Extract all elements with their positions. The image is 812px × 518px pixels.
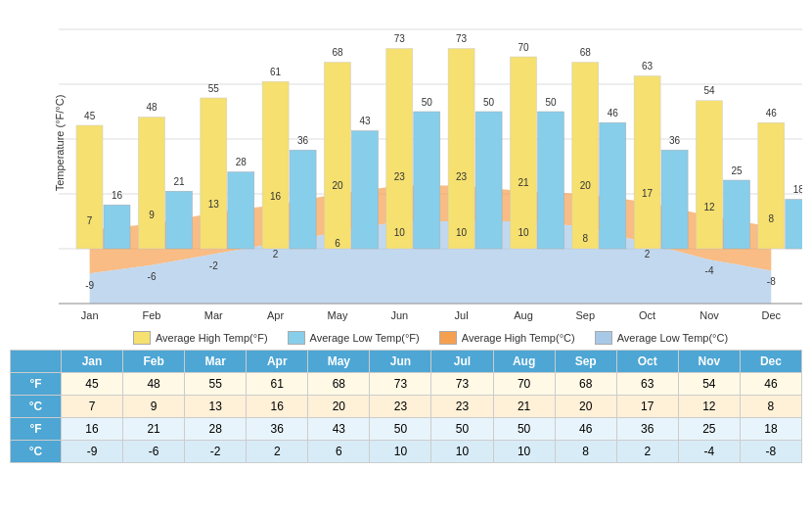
legend-item-low-c: Average Low Temp(°C) <box>595 331 728 345</box>
legend-item-high-c: Average High Temp(°C) <box>439 331 575 345</box>
bar-high-f-jun <box>386 49 413 249</box>
cell-low-c-mar: -2 <box>185 441 247 463</box>
svg-text:68: 68 <box>332 47 343 58</box>
cell-low-c-dec: -8 <box>740 441 801 463</box>
svg-text:May: May <box>328 309 348 321</box>
svg-text:Feb: Feb <box>143 309 161 321</box>
table-header-row: Jan Feb Mar Apr May Jun Jul Aug Sep Oct … <box>11 351 802 373</box>
svg-text:Jul: Jul <box>455 309 469 321</box>
svg-text:12: 12 <box>703 202 715 212</box>
svg-text:50: 50 <box>483 97 495 108</box>
svg-text:9: 9 <box>149 210 155 220</box>
cell-high-c-apr: 16 <box>247 396 308 418</box>
cell-low-c-may: 6 <box>308 441 370 463</box>
svg-text:61: 61 <box>270 67 282 77</box>
svg-text:16: 16 <box>270 191 282 202</box>
cell-high-c-jul: 23 <box>431 396 493 418</box>
cell-high-c-feb: 9 <box>123 396 185 418</box>
cell-high-c-may: 20 <box>308 396 370 418</box>
table-header-jan: Jan <box>62 351 123 373</box>
cell-high-c-oct: 17 <box>616 396 678 418</box>
svg-text:-2: -2 <box>209 260 218 271</box>
svg-text:55: 55 <box>208 83 220 94</box>
svg-text:-8: -8 <box>767 276 776 287</box>
y-axis-title: Temperature (°F/°C) <box>54 95 66 192</box>
svg-text:36: 36 <box>669 135 681 146</box>
svg-text:10: 10 <box>456 227 468 238</box>
svg-text:Mar: Mar <box>204 309 223 321</box>
cell-high-f-oct: 63 <box>616 373 678 396</box>
legend-label-low-c: Average Low Temp(°C) <box>617 332 728 344</box>
bar-high-f-jul <box>448 49 474 249</box>
bar-high-f-feb <box>139 118 165 249</box>
table-header-apr: Apr <box>247 351 308 373</box>
cell-high-c-aug: 21 <box>493 396 555 418</box>
table-header-nov: Nov <box>678 351 740 373</box>
svg-text:50: 50 <box>422 97 433 108</box>
cell-low-c-apr: 2 <box>247 441 308 463</box>
svg-text:73: 73 <box>394 33 406 44</box>
svg-text:-6: -6 <box>148 271 157 282</box>
svg-text:Apr: Apr <box>267 309 284 321</box>
svg-text:21: 21 <box>173 176 185 187</box>
cell-high-f-dec: 46 <box>740 373 801 396</box>
table-header-feb: Feb <box>123 351 185 373</box>
table-header-blank <box>11 351 62 373</box>
svg-text:Jun: Jun <box>390 309 408 321</box>
bar-high-f-mar <box>201 98 227 249</box>
table-header-mar: Mar <box>185 351 247 373</box>
cell-low-f-dec: 18 <box>740 418 801 441</box>
table-header-may: May <box>308 351 370 373</box>
cell-low-f-mar: 28 <box>185 418 247 441</box>
cell-high-f-sep: 68 <box>555 373 616 396</box>
legend-label-high-c: Average High Temp(°C) <box>462 332 575 344</box>
table-header-oct: Oct <box>616 351 678 373</box>
table-header-aug: Aug <box>493 351 555 373</box>
cell-low-f-jun: 50 <box>370 418 431 441</box>
svg-text:Oct: Oct <box>639 309 655 321</box>
chart-container: Temperature (°F/°C) 80 60 40 20 0 -20 <box>0 0 812 463</box>
cell-low-f-sep: 46 <box>555 418 616 441</box>
cell-low-c-nov: -4 <box>678 441 740 463</box>
svg-text:28: 28 <box>236 157 248 167</box>
bar-low-f-dec <box>786 200 802 249</box>
legend-label-low-f: Average Low Temp(°F) <box>310 332 420 344</box>
legend-label-high-f: Average High Temp(°F) <box>156 332 268 344</box>
legend-color-high-f <box>133 331 151 345</box>
row-label-high-c: °C <box>11 396 62 418</box>
row-label-low-c: °C <box>11 441 62 463</box>
legend-color-low-f <box>288 331 305 345</box>
cell-low-f-oct: 36 <box>616 418 678 441</box>
bar-low-f-mar <box>228 172 254 249</box>
bar-low-f-may <box>352 131 379 249</box>
svg-text:13: 13 <box>208 199 220 210</box>
legend-item-high-f: Average High Temp(°F) <box>133 331 268 345</box>
svg-text:20: 20 <box>332 180 343 191</box>
cell-low-c-jun: 10 <box>370 441 431 463</box>
table-header-dec: Dec <box>740 351 801 373</box>
svg-text:21: 21 <box>518 177 529 188</box>
bar-low-f-apr <box>290 150 316 249</box>
cell-high-c-jun: 23 <box>370 396 431 418</box>
cell-low-f-apr: 36 <box>247 418 308 441</box>
table-row-high-f: °F 45 48 55 61 68 73 73 70 68 63 54 46 <box>11 373 802 396</box>
cell-high-f-jun: 73 <box>370 373 431 396</box>
svg-text:Dec: Dec <box>762 309 782 321</box>
svg-text:63: 63 <box>642 61 654 71</box>
bar-high-f-apr <box>262 81 289 249</box>
table-row-low-c: °C -9 -6 -2 2 6 10 10 10 8 2 -4 -8 <box>11 441 802 463</box>
bar-low-f-feb <box>166 191 193 249</box>
table-header-sep: Sep <box>555 351 616 373</box>
bar-low-f-jun <box>414 112 440 249</box>
svg-text:-4: -4 <box>705 265 714 276</box>
table-header-jun: Jun <box>370 351 431 373</box>
legend-color-high-c <box>439 331 457 345</box>
bar-low-f-nov <box>724 180 750 249</box>
cell-high-f-may: 68 <box>308 373 370 396</box>
cell-low-c-oct: 2 <box>616 441 678 463</box>
svg-text:43: 43 <box>359 116 371 126</box>
svg-text:25: 25 <box>731 165 743 176</box>
cell-high-f-apr: 61 <box>247 373 308 396</box>
svg-text:7: 7 <box>87 215 93 226</box>
svg-text:10: 10 <box>518 227 529 238</box>
